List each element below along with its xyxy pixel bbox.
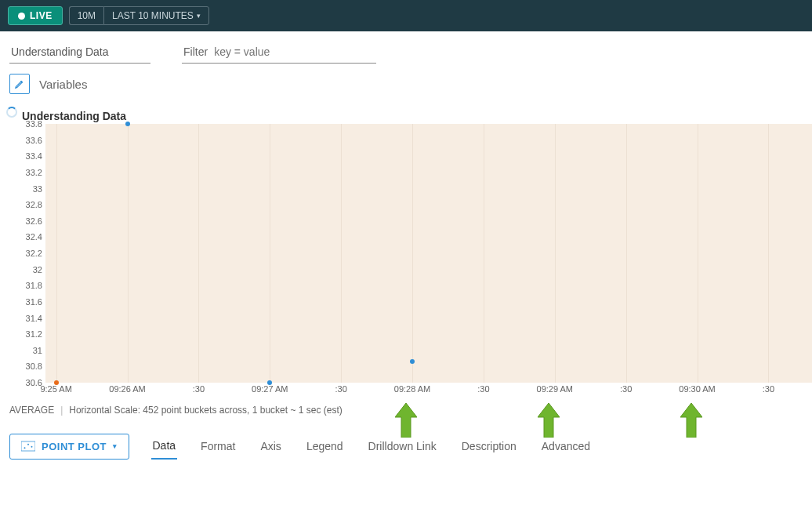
tab-format[interactable]: Format	[199, 434, 237, 459]
tab-axis[interactable]: Axis	[259, 434, 282, 459]
y-tick: 32.8	[26, 200, 42, 209]
data-point[interactable]	[410, 359, 415, 364]
x-tick: 09:29 AM	[537, 384, 573, 394]
plot-type-dropdown[interactable]: POINT PLOT ▾	[9, 434, 129, 460]
arrow-up-icon	[680, 403, 702, 438]
pencil-icon	[14, 78, 25, 89]
y-tick: 32.4	[26, 232, 42, 242]
time-range-dropdown[interactable]: LAST 10 MINUTES ▾	[103, 6, 209, 25]
separator: |	[60, 405, 63, 416]
x-tick: 09:26 AM	[109, 384, 145, 394]
data-point[interactable]	[125, 122, 130, 126]
y-tick: 31	[33, 346, 42, 355]
loading-spinner-icon	[6, 107, 17, 118]
y-tick: 31.4	[26, 314, 42, 323]
chevron-down-icon: ▾	[113, 442, 118, 450]
variables-label: Variables	[39, 78, 87, 91]
y-tick: 33.2	[26, 168, 42, 177]
svg-rect-0	[21, 441, 35, 451]
x-axis: 9:25 AM09:26 AM:3009:27 AM:3009:28 AM:30…	[45, 383, 812, 397]
x-tick: :30	[477, 384, 489, 394]
filter-input[interactable]	[214, 45, 375, 58]
tab-data[interactable]: Data	[151, 433, 178, 460]
y-tick: 32.6	[26, 216, 42, 226]
y-tick: 31.6	[26, 297, 42, 307]
y-tick: 31.8	[26, 281, 42, 290]
query-row: Understanding Data Filter	[0, 31, 812, 64]
plot-area[interactable]: 30.630.83131.231.431.631.83232.232.432.6…	[13, 124, 812, 397]
x-tick: 09:30 AM	[679, 384, 715, 394]
y-axis: 30.630.83131.231.431.631.83232.232.432.6…	[13, 124, 45, 383]
chart-panel: Understanding Data 30.630.83131.231.431.…	[0, 104, 812, 397]
tab-legend[interactable]: Legend	[305, 434, 345, 459]
y-tick: 32.2	[26, 249, 42, 258]
x-tick: :30	[193, 384, 205, 394]
point-plot-icon	[21, 441, 35, 452]
time-range-label: LAST 10 MINUTES	[112, 10, 194, 21]
y-tick: 30.8	[26, 361, 42, 371]
time-range-group: 10M LAST 10 MINUTES ▾	[69, 6, 209, 25]
y-tick: 33	[33, 184, 42, 194]
live-label: LIVE	[30, 10, 53, 21]
chart-title: Understanding Data	[22, 110, 812, 122]
time-short-button[interactable]: 10M	[69, 6, 103, 25]
tab-description[interactable]: Description	[460, 434, 518, 459]
live-button[interactable]: LIVE	[8, 6, 63, 25]
live-indicator-icon	[18, 13, 25, 20]
y-tick: 31.2	[26, 329, 42, 339]
x-tick: :30	[335, 384, 346, 394]
y-tick: 33.4	[26, 151, 42, 161]
chart-name-tab[interactable]: Understanding Data	[9, 41, 150, 64]
time-toolbar: LIVE 10M LAST 10 MINUTES ▾	[0, 0, 812, 31]
svg-point-1	[24, 447, 26, 449]
filter-label: Filter	[183, 45, 208, 58]
x-tick: 09:27 AM	[252, 384, 288, 394]
x-tick: 9:25 AM	[40, 384, 71, 394]
chevron-down-icon: ▾	[197, 12, 201, 20]
scale-label: Horizontal Scale: 452 point buckets acro…	[69, 405, 343, 416]
aggregation-label: AVERAGE	[9, 405, 54, 416]
variables-row: Variables	[0, 64, 812, 104]
chart-grid	[45, 124, 812, 383]
arrow-up-icon	[538, 403, 560, 438]
x-tick: 09:28 AM	[394, 384, 430, 394]
svg-point-3	[31, 446, 33, 448]
x-tick: :30	[763, 384, 774, 394]
filter-group: Filter	[182, 41, 376, 64]
svg-point-2	[27, 444, 29, 445]
plot-type-label: POINT PLOT	[42, 441, 107, 452]
y-tick: 33.8	[26, 119, 42, 129]
arrow-up-icon	[395, 403, 417, 438]
edit-variables-button[interactable]	[9, 74, 30, 94]
x-tick: :30	[620, 384, 632, 394]
y-tick: 33.6	[26, 136, 42, 145]
y-tick: 32	[33, 265, 42, 274]
